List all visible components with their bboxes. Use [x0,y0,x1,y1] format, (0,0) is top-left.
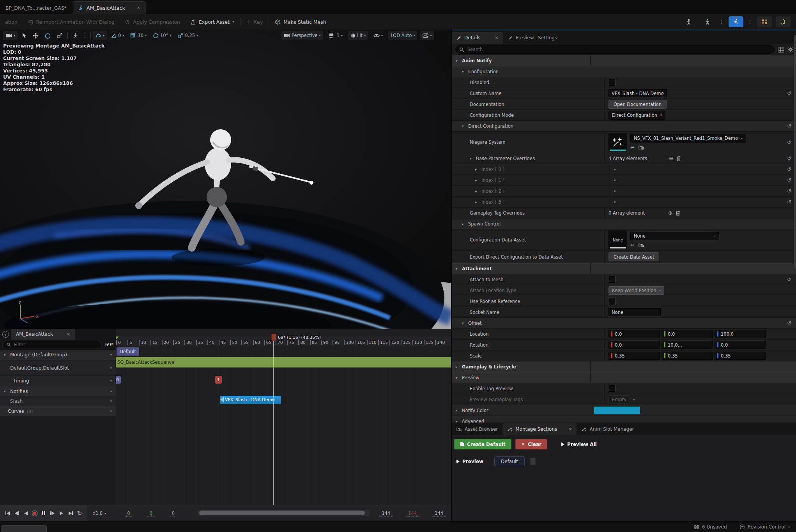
tab-anim-slot-manager[interactable]: Anim Slot Manager [577,423,639,435]
track-default-slot[interactable]: DefaultGroup.DefaultSlot ▾ [0,360,116,376]
reset-to-default-icon[interactable]: ↺ [787,177,791,183]
rotation-z-input[interactable]: 0.0 [715,341,766,349]
row-index-3[interactable]: ▸Index [ 3 ] ▾ ↺ [452,197,796,208]
add-element-icon[interactable]: ⊕ [669,155,673,161]
track-curves[interactable]: Curves (0) ▾ [0,406,116,417]
open-documentation-button[interactable]: Open Documentation [608,100,667,109]
enable-tag-preview-checkbox[interactable] [608,385,615,392]
browse-to-asset-icon[interactable] [639,145,644,150]
delete-all-elements-icon[interactable] [676,210,680,216]
close-icon[interactable]: ✕ [495,35,499,41]
row-spawn-control[interactable]: ▸Spawn Control [452,218,796,229]
niagara-system-dropdown[interactable]: NS_VFX_01_Slash_Variant_Red1_Smoke_Demo▾ [630,134,746,143]
row-offset[interactable]: ▾Offset ↺ [452,318,796,329]
blueprint-mode-icon[interactable] [757,16,772,27]
preview-viewport[interactable]: ▾ ⋮ ▾ [0,30,451,329]
timing-marker-0[interactable]: 0 [116,376,121,384]
rotation-snap-button[interactable]: 10° ▾ [150,31,173,40]
row-index-0[interactable]: ▸Index [ 0 ] ▾ ↺ [452,164,796,175]
chevron-down-icon[interactable]: ▾ [110,353,112,357]
row-direct-configuration[interactable]: ▾Direct Configuration ↺ [452,121,796,132]
chevron-down-icon[interactable]: ▾ [614,167,616,171]
playhead-marker[interactable] [271,334,276,341]
scale-x-input[interactable]: 0.35 [608,352,660,360]
help-icon[interactable]: ? [2,331,9,338]
use-selected-asset-icon[interactable]: ↩ [630,144,635,150]
row-index-2[interactable]: ▸Index [ 2 ] ▾ ↺ [452,186,796,197]
preview-section-button[interactable]: Preview [456,456,489,466]
reset-to-default-icon[interactable]: ↺ [787,155,791,161]
track-montage-group[interactable]: ▾ Montage (DefaultGroup) ▾ [0,350,116,360]
track-slash[interactable]: Slash ▾ [0,396,116,406]
location-z-input[interactable]: 100.0 [715,330,766,338]
chevron-down-icon[interactable]: ▾ [614,178,616,182]
physics-mode-icon[interactable] [776,16,791,27]
tab-bp-dna-character[interactable]: BP_DNA_To...racter_GAS* [0,2,73,14]
toolbar-truncated-item[interactable]: ation [0,14,23,30]
close-icon[interactable]: ✕ [67,332,70,337]
play-reverse-button[interactable] [22,509,30,517]
playback-speed-dropdown[interactable]: x1.0 ▾ [93,511,106,516]
track-timing[interactable]: Timing ▾ [0,376,116,386]
track-filter-input[interactable] [13,342,98,348]
category-preview[interactable]: ▾Preview [452,372,796,383]
chevron-down-icon[interactable]: ▾ [110,366,112,370]
custom-name-input[interactable]: VFX_Slash - DNA Demo [608,89,667,97]
chevron-down-icon[interactable]: ▾ [110,389,112,393]
location-y-input[interactable]: 0.0 [662,330,713,338]
track-notifies[interactable]: ▾ Notifies ▾ [0,386,116,396]
preview-all-button[interactable]: Preview All [556,439,602,449]
use-root-checkbox[interactable] [608,298,615,305]
row-notify-color[interactable]: ▸Notify Color [452,405,796,416]
browse-to-asset-icon[interactable] [639,243,644,248]
rotation-y-input[interactable]: 10.0... [662,341,713,349]
add-element-icon[interactable]: ⊕ [668,210,672,216]
create-data-asset-button[interactable]: Create Data Asset [608,252,659,261]
scale-snap-button[interactable]: 0.25 ▾ [175,31,200,40]
reset-to-default-icon[interactable]: ↺ [787,199,791,205]
details-search-input[interactable] [467,46,771,53]
animation-mode-button[interactable] [729,16,743,27]
preview-gameplay-tags-dropdown[interactable]: Empty [608,395,630,404]
content-drawer-button[interactable] [1,525,47,532]
reset-to-default-icon[interactable]: ↺ [787,277,791,282]
attach-location-type-dropdown[interactable]: Keep World Position▾ [608,286,664,295]
preview-mesh-toggle-icon[interactable] [70,31,81,40]
settings-gear-icon[interactable] [787,46,794,53]
montage-document-tab[interactable]: AM_BasicAttack ✕ [11,329,75,340]
skeleton-icon[interactable] [700,16,715,27]
tab-asset-browser[interactable]: Asset Browser [452,423,502,435]
tab-montage-sections[interactable]: Montage Sections ✕ [502,423,577,435]
socket-name-input[interactable]: None [608,308,661,316]
rotation-mode-button[interactable]: ▾ [93,31,107,40]
more-vertical-icon[interactable]: ⋮ [82,32,88,39]
scrollbar-thumb[interactable] [199,511,365,515]
niagara-asset-thumbnail[interactable] [608,133,627,151]
grid-snap-button[interactable]: 10 ▾ [128,31,149,40]
clear-button[interactable]: ✕ Clear [515,439,547,449]
transport-frame-value[interactable]: 0 [170,510,177,517]
play-forward-button[interactable] [58,509,65,517]
close-icon[interactable]: ✕ [568,427,572,432]
transport-frame-value[interactable]: 144 [406,510,419,517]
make-static-mesh-button[interactable]: Make Static Mesh [270,14,331,30]
default-section-button[interactable]: Default [494,456,525,466]
transport-frame-value[interactable]: 0 [125,510,132,517]
key-button[interactable]: Key [241,14,268,30]
apply-compression-button[interactable]: Apply Compression [120,14,185,30]
scale-y-input[interactable]: 0.35 [662,352,713,360]
category-advanced[interactable]: ▸Advanced [452,416,796,423]
track-filter-box[interactable] [2,341,102,349]
record-button[interactable] [31,509,39,517]
pause-button[interactable] [40,509,48,517]
translate-tool-icon[interactable] [30,31,41,40]
category-attachment[interactable]: ▾Attachment [452,263,796,274]
export-asset-button[interactable]: Export Asset ▾ [185,14,239,30]
select-tool-icon[interactable] [19,31,29,40]
reset-to-default-icon[interactable]: ↺ [787,188,791,194]
reset-to-default-icon[interactable]: ↺ [787,139,791,145]
chevron-down-icon[interactable]: ▾ [614,200,616,204]
location-x-input[interactable]: 0.0 [608,330,660,338]
details-search-box[interactable] [455,45,775,54]
section-option-box[interactable] [530,458,536,465]
